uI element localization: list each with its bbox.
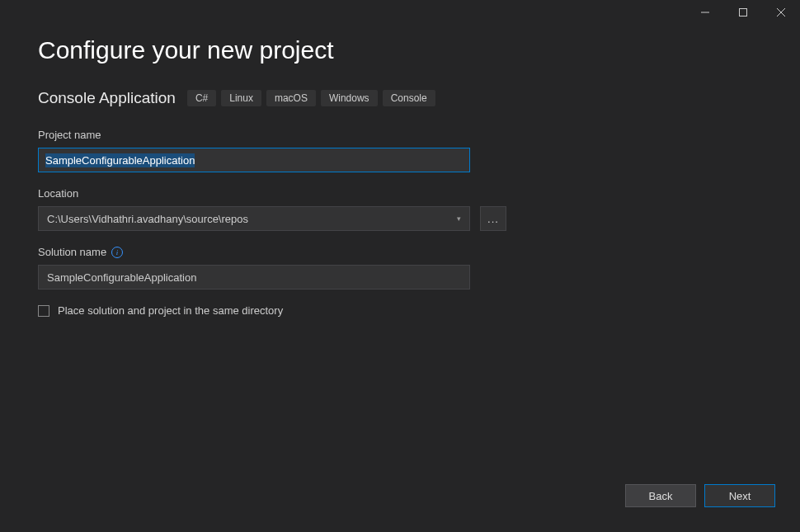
- tag-windows: Windows: [321, 90, 378, 106]
- solution-name-input[interactable]: [38, 265, 470, 290]
- back-button[interactable]: Back: [625, 484, 696, 507]
- location-group: Location C:\Users\Vidhathri.avadhany\sou…: [38, 187, 762, 231]
- svg-rect-1: [740, 9, 747, 16]
- browse-button[interactable]: ...: [480, 206, 506, 231]
- content-area: Configure your new project Console Appli…: [0, 25, 800, 317]
- tag-list: C# Linux macOS Windows Console: [187, 90, 435, 106]
- tag-linux: Linux: [221, 90, 261, 106]
- location-row: C:\Users\Vidhathri.avadhany\source\repos…: [38, 206, 762, 231]
- footer-buttons: Back Next: [625, 484, 775, 507]
- page-title: Configure your new project: [38, 36, 762, 64]
- minimize-icon: [701, 8, 709, 16]
- minimize-button[interactable]: [686, 0, 724, 25]
- project-name-input[interactable]: SampleConfigurableApplication: [38, 148, 470, 172]
- tag-console: Console: [383, 90, 435, 106]
- project-name-group: Project name SampleConfigurableApplicati…: [38, 129, 762, 172]
- close-icon: [777, 8, 785, 16]
- project-type-subtitle: Console Application: [38, 89, 176, 107]
- project-name-label: Project name: [38, 129, 762, 141]
- maximize-icon: [739, 8, 747, 16]
- location-value: C:\Users\Vidhathri.avadhany\source\repos: [47, 213, 248, 225]
- tag-macos: macOS: [266, 90, 316, 106]
- solution-name-label: Solution name: [38, 246, 106, 258]
- title-bar: [0, 0, 800, 25]
- project-name-value: SampleConfigurableApplication: [45, 153, 195, 167]
- info-icon[interactable]: i: [111, 247, 123, 258]
- solution-name-label-row: Solution name i: [38, 246, 762, 258]
- subtitle-row: Console Application C# Linux macOS Windo…: [38, 89, 762, 107]
- same-directory-row: Place solution and project in the same d…: [38, 304, 762, 317]
- location-label: Location: [38, 187, 762, 200]
- maximize-button[interactable]: [724, 0, 762, 25]
- window-controls: [686, 0, 800, 25]
- same-directory-label: Place solution and project in the same d…: [58, 304, 283, 317]
- tag-csharp: C#: [187, 90, 216, 106]
- close-button[interactable]: [762, 0, 800, 25]
- location-select[interactable]: C:\Users\Vidhathri.avadhany\source\repos…: [38, 206, 470, 231]
- next-button[interactable]: Next: [704, 484, 775, 507]
- chevron-down-icon: ▾: [457, 214, 461, 223]
- same-directory-checkbox[interactable]: [38, 305, 49, 317]
- solution-name-group: Solution name i: [38, 246, 762, 290]
